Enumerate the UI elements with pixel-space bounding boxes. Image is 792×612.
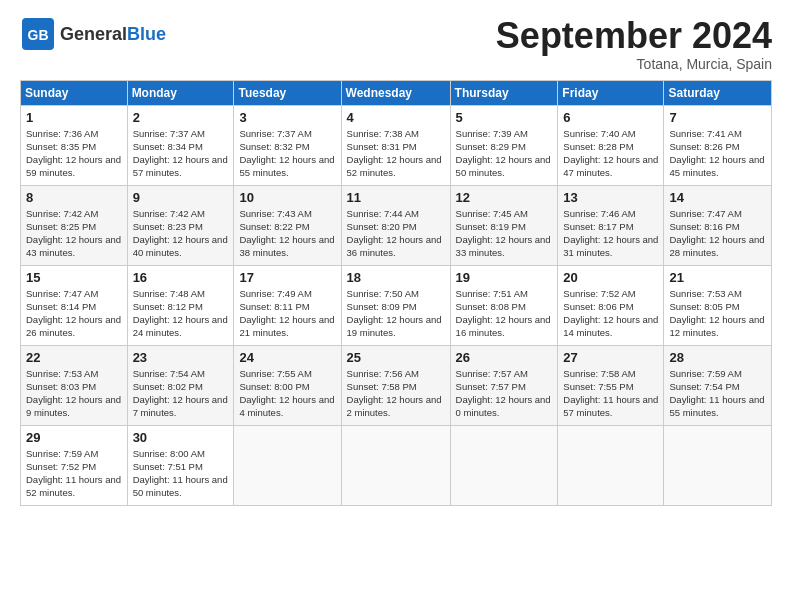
day-number: 29 xyxy=(26,430,122,445)
col-monday: Monday xyxy=(127,80,234,105)
day-info: Sunrise: 7:53 AM Sunset: 8:05 PM Dayligh… xyxy=(669,287,766,340)
sunset-label: Sunset: 7:58 PM xyxy=(347,381,417,392)
daylight-label: Daylight: 12 hours and 50 minutes. xyxy=(456,154,551,178)
day-info: Sunrise: 7:49 AM Sunset: 8:11 PM Dayligh… xyxy=(239,287,335,340)
daylight-label: Daylight: 12 hours and 28 minutes. xyxy=(669,234,764,258)
sunset-label: Sunset: 8:09 PM xyxy=(347,301,417,312)
sunrise-label: Sunrise: 7:39 AM xyxy=(456,128,528,139)
sunset-label: Sunset: 8:23 PM xyxy=(133,221,203,232)
day-info: Sunrise: 7:59 AM Sunset: 7:54 PM Dayligh… xyxy=(669,367,766,420)
daylight-label: Daylight: 12 hours and 43 minutes. xyxy=(26,234,121,258)
col-friday: Friday xyxy=(558,80,664,105)
day-info: Sunrise: 7:51 AM Sunset: 8:08 PM Dayligh… xyxy=(456,287,553,340)
calendar-row: 22 Sunrise: 7:53 AM Sunset: 8:03 PM Dayl… xyxy=(21,345,772,425)
table-row: 15 Sunrise: 7:47 AM Sunset: 8:14 PM Dayl… xyxy=(21,265,128,345)
sunrise-label: Sunrise: 7:47 AM xyxy=(26,288,98,299)
day-number: 26 xyxy=(456,350,553,365)
day-number: 12 xyxy=(456,190,553,205)
table-row: 3 Sunrise: 7:37 AM Sunset: 8:32 PM Dayli… xyxy=(234,105,341,185)
table-row xyxy=(558,425,664,505)
sunrise-label: Sunrise: 7:49 AM xyxy=(239,288,311,299)
table-row: 21 Sunrise: 7:53 AM Sunset: 8:05 PM Dayl… xyxy=(664,265,772,345)
day-info: Sunrise: 7:37 AM Sunset: 8:34 PM Dayligh… xyxy=(133,127,229,180)
sunset-label: Sunset: 7:51 PM xyxy=(133,461,203,472)
table-row: 24 Sunrise: 7:55 AM Sunset: 8:00 PM Dayl… xyxy=(234,345,341,425)
day-info: Sunrise: 7:43 AM Sunset: 8:22 PM Dayligh… xyxy=(239,207,335,260)
day-number: 11 xyxy=(347,190,445,205)
day-info: Sunrise: 7:58 AM Sunset: 7:55 PM Dayligh… xyxy=(563,367,658,420)
day-number: 14 xyxy=(669,190,766,205)
day-number: 28 xyxy=(669,350,766,365)
table-row: 8 Sunrise: 7:42 AM Sunset: 8:25 PM Dayli… xyxy=(21,185,128,265)
logo-text: GeneralBlue xyxy=(60,24,166,45)
sunrise-label: Sunrise: 7:54 AM xyxy=(133,368,205,379)
daylight-label: Daylight: 11 hours and 57 minutes. xyxy=(563,394,658,418)
month-title: September 2024 xyxy=(496,16,772,56)
daylight-label: Daylight: 12 hours and 55 minutes. xyxy=(239,154,334,178)
daylight-label: Daylight: 12 hours and 24 minutes. xyxy=(133,314,228,338)
day-number: 17 xyxy=(239,270,335,285)
sunset-label: Sunset: 8:00 PM xyxy=(239,381,309,392)
day-number: 8 xyxy=(26,190,122,205)
day-info: Sunrise: 7:41 AM Sunset: 8:26 PM Dayligh… xyxy=(669,127,766,180)
day-number: 30 xyxy=(133,430,229,445)
table-row xyxy=(234,425,341,505)
day-number: 20 xyxy=(563,270,658,285)
calendar-row: 15 Sunrise: 7:47 AM Sunset: 8:14 PM Dayl… xyxy=(21,265,772,345)
logo-icon: GB xyxy=(20,16,56,52)
daylight-label: Daylight: 12 hours and 33 minutes. xyxy=(456,234,551,258)
sunrise-label: Sunrise: 7:57 AM xyxy=(456,368,528,379)
day-info: Sunrise: 7:39 AM Sunset: 8:29 PM Dayligh… xyxy=(456,127,553,180)
day-number: 2 xyxy=(133,110,229,125)
day-info: Sunrise: 7:47 AM Sunset: 8:16 PM Dayligh… xyxy=(669,207,766,260)
sunrise-label: Sunrise: 7:48 AM xyxy=(133,288,205,299)
table-row: 13 Sunrise: 7:46 AM Sunset: 8:17 PM Dayl… xyxy=(558,185,664,265)
sunrise-label: Sunrise: 7:42 AM xyxy=(26,208,98,219)
sunset-label: Sunset: 8:28 PM xyxy=(563,141,633,152)
table-row: 9 Sunrise: 7:42 AM Sunset: 8:23 PM Dayli… xyxy=(127,185,234,265)
table-row: 12 Sunrise: 7:45 AM Sunset: 8:19 PM Dayl… xyxy=(450,185,558,265)
day-number: 21 xyxy=(669,270,766,285)
sunrise-label: Sunrise: 7:52 AM xyxy=(563,288,635,299)
calendar: Sunday Monday Tuesday Wednesday Thursday… xyxy=(20,80,772,506)
daylight-label: Daylight: 12 hours and 14 minutes. xyxy=(563,314,658,338)
daylight-label: Daylight: 12 hours and 38 minutes. xyxy=(239,234,334,258)
daylight-label: Daylight: 12 hours and 31 minutes. xyxy=(563,234,658,258)
table-row xyxy=(664,425,772,505)
header: GB GeneralBlue September 2024 Totana, Mu… xyxy=(20,16,772,72)
table-row: 20 Sunrise: 7:52 AM Sunset: 8:06 PM Dayl… xyxy=(558,265,664,345)
day-number: 19 xyxy=(456,270,553,285)
day-number: 10 xyxy=(239,190,335,205)
day-info: Sunrise: 7:54 AM Sunset: 8:02 PM Dayligh… xyxy=(133,367,229,420)
table-row: 16 Sunrise: 7:48 AM Sunset: 8:12 PM Dayl… xyxy=(127,265,234,345)
table-row: 22 Sunrise: 7:53 AM Sunset: 8:03 PM Dayl… xyxy=(21,345,128,425)
table-row: 1 Sunrise: 7:36 AM Sunset: 8:35 PM Dayli… xyxy=(21,105,128,185)
table-row: 6 Sunrise: 7:40 AM Sunset: 8:28 PM Dayli… xyxy=(558,105,664,185)
title-block: September 2024 Totana, Murcia, Spain xyxy=(496,16,772,72)
daylight-label: Daylight: 12 hours and 16 minutes. xyxy=(456,314,551,338)
table-row: 18 Sunrise: 7:50 AM Sunset: 8:09 PM Dayl… xyxy=(341,265,450,345)
day-number: 5 xyxy=(456,110,553,125)
daylight-label: Daylight: 12 hours and 12 minutes. xyxy=(669,314,764,338)
col-sunday: Sunday xyxy=(21,80,128,105)
day-number: 4 xyxy=(347,110,445,125)
day-info: Sunrise: 7:55 AM Sunset: 8:00 PM Dayligh… xyxy=(239,367,335,420)
day-number: 7 xyxy=(669,110,766,125)
day-info: Sunrise: 7:50 AM Sunset: 8:09 PM Dayligh… xyxy=(347,287,445,340)
day-number: 24 xyxy=(239,350,335,365)
day-number: 15 xyxy=(26,270,122,285)
sunrise-label: Sunrise: 7:59 AM xyxy=(26,448,98,459)
sunset-label: Sunset: 8:11 PM xyxy=(239,301,309,312)
day-info: Sunrise: 7:38 AM Sunset: 8:31 PM Dayligh… xyxy=(347,127,445,180)
table-row: 19 Sunrise: 7:51 AM Sunset: 8:08 PM Dayl… xyxy=(450,265,558,345)
table-row: 23 Sunrise: 7:54 AM Sunset: 8:02 PM Dayl… xyxy=(127,345,234,425)
day-info: Sunrise: 7:57 AM Sunset: 7:57 PM Dayligh… xyxy=(456,367,553,420)
sunrise-label: Sunrise: 7:55 AM xyxy=(239,368,311,379)
sunrise-label: Sunrise: 7:47 AM xyxy=(669,208,741,219)
sunset-label: Sunset: 8:20 PM xyxy=(347,221,417,232)
daylight-label: Daylight: 12 hours and 21 minutes. xyxy=(239,314,334,338)
sunrise-label: Sunrise: 7:41 AM xyxy=(669,128,741,139)
day-number: 25 xyxy=(347,350,445,365)
day-info: Sunrise: 7:46 AM Sunset: 8:17 PM Dayligh… xyxy=(563,207,658,260)
sunset-label: Sunset: 8:35 PM xyxy=(26,141,96,152)
